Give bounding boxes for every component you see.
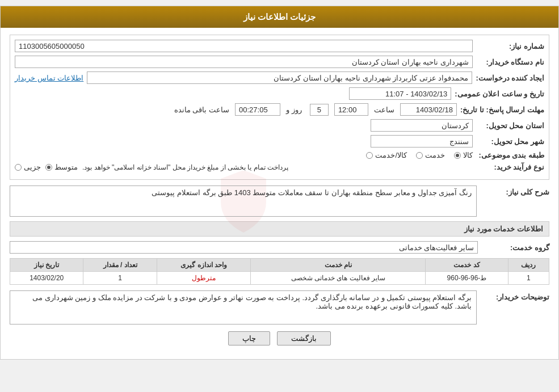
- process-jozi-label: جزیی: [24, 163, 41, 171]
- announce-date-row: تاریخ و ساعت اعلان عمومی: 1403/02/13 - 1…: [15, 87, 544, 100]
- back-button[interactable]: بازگشت: [277, 331, 331, 345]
- services-section-title: اطلاعات خدمات مورد نیاز: [10, 221, 549, 237]
- cell-row: 1: [508, 272, 549, 285]
- creator-row: ایجاد کننده درخواست: محمدفواد عزتی کاربر…: [15, 71, 544, 84]
- announce-date-label: تاریخ و ساعت اعلان عمومی:: [455, 90, 544, 98]
- remaining-label: ساعت باقی مانده: [174, 106, 229, 114]
- category-khidmat-radio[interactable]: [416, 152, 423, 159]
- col-row: ردیف: [508, 259, 549, 272]
- col-unit: واحد اندازه گیری: [157, 259, 251, 272]
- reply-deadline-row: مهلت ارسال پاسخ: تا تاریخ: 1403/02/18 سا…: [15, 103, 544, 116]
- cell-unit: مترطول: [157, 272, 251, 285]
- table-row: 1 ط-96-96-960 سایر فعالیت های خدماتی شخص…: [10, 272, 549, 285]
- cell-count: 1: [83, 272, 157, 285]
- page-header: جزئیات اطلاعات نیاز: [1, 6, 558, 28]
- col-date: تاریخ نیاز: [10, 259, 83, 272]
- process-motavasset-label: متوسط: [54, 163, 78, 171]
- buyer-org-label: نام دستگاه خریدار:: [476, 58, 544, 66]
- button-row: بازگشت چاپ: [10, 331, 549, 345]
- need-number-label: شماره نیاز:: [476, 42, 544, 50]
- category-khidmat[interactable]: خدمت: [416, 151, 445, 159]
- reply-date-value: 1403/02/18: [400, 103, 457, 116]
- buyer-notes-label: توضیحات خریدار:: [481, 293, 549, 301]
- reply-time-value: 12:00: [334, 103, 368, 116]
- col-code: کد خدمت: [426, 259, 508, 272]
- announce-date-value: 1403/02/13 - 11:07: [349, 87, 451, 100]
- creator-label: ایجاد کننده درخواست:: [476, 74, 544, 82]
- services-table: ردیف کد خدمت نام خدمت واحد اندازه گیری ت…: [10, 258, 549, 285]
- cell-code: ط-96-96-960: [426, 272, 508, 285]
- service-group-label: گروه خدمت:: [481, 243, 549, 252]
- province-label: استان محل تحویل:: [476, 121, 544, 130]
- city-label: شهر محل تحویل:: [476, 137, 544, 146]
- contact-link[interactable]: اطلاعات تماس خریدار: [15, 74, 83, 82]
- category-kala-khidmat-radio[interactable]: [366, 152, 373, 159]
- reply-days-label: روز و: [286, 106, 302, 114]
- service-group-row: گروه خدمت: سایر فعالیت‌های خدماتی: [10, 241, 549, 254]
- province-value: کردستان: [371, 119, 473, 132]
- need-number-value: 1103005605000050: [15, 40, 473, 52]
- buyer-org-row: نام دستگاه خریدار: شهرداری ناحیه بهاران …: [15, 56, 544, 68]
- category-kala-khidmat[interactable]: کالا/خدمت: [366, 151, 407, 159]
- cell-date: 1403/02/20: [10, 272, 83, 285]
- category-row: طبقه بندی موضوعی: کالا/خدمت خدمت کالا: [15, 151, 544, 159]
- process-label: نوع فرآیند خرید:: [476, 163, 544, 171]
- need-number-row: شماره نیاز: 1103005605000050: [15, 40, 544, 52]
- process-row: نوع فرآیند خرید: جزیی متوسط پرداخت تمام …: [15, 163, 544, 171]
- category-kala-label: کالا: [463, 151, 473, 159]
- page-title: جزئیات اطلاعات نیاز: [243, 12, 316, 22]
- description-section: شرح کلی نیاز: رنگ آمیزی جداول و معابر سط…: [10, 186, 549, 217]
- process-motavasset-radio[interactable]: [45, 164, 52, 171]
- description-value: رنگ آمیزی جداول و معابر سطح منطقه بهاران…: [10, 186, 477, 217]
- buyer-notes-section: توضیحات خریدار: برگه استعلام پیوستی تکمی…: [10, 290, 549, 324]
- print-button[interactable]: چاپ: [228, 331, 270, 345]
- buyer-notes-value: برگه استعلام پیوستی تکمیل و در سامانه با…: [10, 290, 477, 324]
- service-group-value: سایر فعالیت‌های خدماتی: [10, 241, 478, 254]
- creator-value: محمدفواد عزتی کاربرداز شهرداری ناحیه بها…: [87, 71, 472, 84]
- description-wrapper: رنگ آمیزی جداول و معابر سطح منطقه بهاران…: [10, 186, 477, 217]
- reply-deadline-label: مهلت ارسال پاسخ: تا تاریخ:: [460, 106, 544, 114]
- category-options: کالا/خدمت خدمت کالا: [366, 151, 473, 159]
- description-label: شرح کلی نیاز:: [481, 188, 549, 196]
- category-label: طبقه بندی موضوعی:: [476, 151, 544, 159]
- city-row: شهر محل تحویل: سنندج: [15, 135, 544, 147]
- col-name: نام خدمت: [251, 259, 426, 272]
- content-area: شماره نیاز: 1103005605000050 نام دستگاه …: [1, 28, 558, 359]
- remaining-time-value: 00:27:05: [235, 103, 280, 116]
- col-count: تعداد / مقدار: [83, 259, 157, 272]
- process-jozi-radio[interactable]: [15, 164, 22, 171]
- process-jozi[interactable]: جزیی: [15, 163, 41, 171]
- category-kala-khidmat-label: کالا/خدمت: [375, 151, 407, 159]
- city-value: سنندج: [371, 135, 473, 147]
- buyer-org-value: شهرداری ناحیه بهاران استان کردستان: [15, 56, 473, 68]
- reply-days-value: 5: [310, 104, 329, 116]
- process-motavasset[interactable]: متوسط: [45, 163, 78, 171]
- province-row: استان محل تحویل: کردستان: [15, 119, 544, 132]
- cell-name: سایر فعالیت های خدماتی شخصی: [251, 272, 426, 285]
- reply-time-label: ساعت: [374, 106, 394, 114]
- category-kala[interactable]: کالا: [454, 151, 473, 159]
- category-kala-radio[interactable]: [454, 152, 461, 159]
- category-khidmat-label: خدمت: [425, 151, 445, 159]
- page-container: جزئیات اطلاعات نیاز شماره نیاز: 11030056…: [0, 6, 559, 360]
- main-info-section: شماره نیاز: 1103005605000050 نام دستگاه …: [10, 35, 549, 180]
